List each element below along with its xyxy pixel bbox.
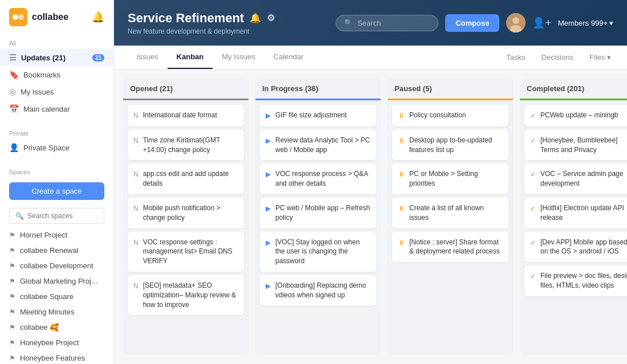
tab-issues[interactable]: Issues — [128, 46, 168, 69]
sidebar-item-honeybee-project[interactable]: ⚑ Honeybee Project — [0, 335, 113, 350]
all-section-label: All — [0, 34, 113, 49]
space-label: Honeybee Project — [20, 338, 79, 347]
updates-badge: 21 — [92, 54, 104, 62]
sidebar-item-hornet[interactable]: ⚑ Hornet Project — [0, 227, 113, 243]
kanban-card[interactable]: ⏸ [Notice : server] Share format & deplo… — [392, 232, 508, 263]
avatar[interactable] — [506, 13, 526, 32]
kanban-column-in-progress: In Progress (36) ▶ GIF file size adjustm… — [255, 79, 381, 355]
card-type-icon: ✓ — [530, 238, 536, 248]
tabs-left: Issues Kanban My Issues Calendar — [128, 46, 504, 69]
space-label: Honeybee Features — [20, 354, 85, 362]
space-label: collabee 🥰 — [20, 323, 59, 332]
tab-kanban[interactable]: Kanban — [168, 46, 213, 69]
header-bell-icon[interactable]: 🔔 — [250, 13, 261, 23]
tab-calendar[interactable]: Calendar — [264, 46, 313, 69]
space-label: collabee Square — [20, 292, 74, 301]
kanban-board: Opened (21) N International date format … — [114, 69, 627, 364]
kanban-card[interactable]: ⏸ Create a list of all known issues — [392, 198, 508, 228]
column-header-in-progress: In Progress (36) — [255, 79, 381, 100]
kanban-card[interactable]: N International date format — [128, 105, 244, 126]
flag-icon: ⚑ — [9, 293, 15, 301]
card-type-icon: ▶ — [266, 204, 271, 214]
kanban-card[interactable]: ✓ [Honeybee, Bumbleebee] Terms and Priva… — [524, 130, 627, 161]
tab-tasks[interactable]: Tasks — [504, 46, 527, 68]
card-type-icon: N — [133, 238, 139, 248]
sidebar-item-my-issues[interactable]: ◎ My Issues — [0, 83, 113, 100]
add-member-icon[interactable]: 👤+ — [532, 17, 551, 29]
sidebar-item-collabee-renewal[interactable]: ⚑ collabee Renewal — [0, 243, 113, 258]
kanban-card[interactable]: N Time zone Kiritimati(GMT +14:00) chang… — [128, 130, 244, 161]
space-label: collabee Renewal — [20, 246, 79, 255]
svg-point-1 — [13, 14, 18, 20]
tab-decisions[interactable]: Decisions — [539, 46, 576, 68]
sidebar-item-bookmarks[interactable]: 🔖 Bookmarks — [0, 66, 113, 83]
kanban-card[interactable]: ✓ [Dev APP] Mobile app based on the OS >… — [524, 232, 627, 263]
search-input[interactable] — [357, 19, 430, 27]
kanban-card[interactable]: ⏸ Desktop app to-be-updated features lis… — [392, 130, 508, 161]
notification-bell-icon[interactable]: 🔔 — [92, 11, 104, 23]
kanban-card[interactable]: ✓ VOC – Service admin page development — [524, 163, 627, 194]
spaces-section-label: Spaces — [0, 163, 113, 178]
page-title: Service Refinement — [128, 11, 244, 26]
card-type-icon: ⏸ — [398, 204, 405, 214]
members-count[interactable]: Members 999+ ▾ — [558, 19, 613, 27]
kanban-card[interactable]: ▶ GIF file size adjustment — [260, 105, 376, 126]
compose-button[interactable]: Compose — [445, 14, 499, 32]
kanban-card[interactable]: ✓ [Hotfix] Electron update API release — [524, 198, 627, 228]
kanban-card[interactable]: N VOC response settings : management lis… — [128, 232, 244, 272]
kanban-column-opened: Opened (21) N International date format … — [123, 79, 249, 355]
page-header: Service Refinement 🔔 ⚙ New feature devel… — [114, 0, 627, 46]
flag-icon: ⚑ — [9, 324, 15, 332]
sidebar-logo: collabee 🔔 — [0, 0, 113, 34]
kanban-card[interactable]: ▶ PC web / Mobile app – Refresh policy — [260, 198, 376, 228]
card-type-icon: N — [133, 281, 139, 291]
kanban-card[interactable]: ▶ [Onboarding] Replacing demo vdieos whe… — [260, 275, 376, 306]
card-type-icon: ▶ — [266, 111, 271, 121]
main-calendar-label: Main calendar — [23, 105, 70, 113]
kanban-card[interactable]: ▶ [VOC] Stay logged on when the user is … — [260, 232, 376, 272]
card-type-icon: ▶ — [266, 281, 271, 291]
tab-my-issues[interactable]: My Issues — [213, 46, 264, 69]
search-icon: 🔍 — [344, 19, 353, 27]
members-label: Members 999+ — [558, 19, 608, 27]
kanban-card[interactable]: ✓ File preview > doc files, design files… — [524, 265, 627, 296]
flag-icon: ⚑ — [9, 262, 15, 270]
sidebar-item-updates[interactable]: ☰ Updates (21) 21 — [0, 49, 113, 66]
sidebar-item-collabee-dev[interactable]: ⚑ collabee Development — [0, 258, 113, 273]
bookmarks-label: Bookmarks — [23, 71, 60, 79]
sidebar-item-main-calendar[interactable]: 📅 Main calendar — [0, 100, 113, 117]
header-gear-icon[interactable]: ⚙ — [267, 13, 275, 23]
svg-point-2 — [18, 14, 24, 20]
kanban-card[interactable]: ▶ VOC response process > Q&A and other d… — [260, 163, 376, 194]
kanban-card[interactable]: N Mobile push notification > change poli… — [128, 198, 244, 228]
tabs-bar: Issues Kanban My Issues Calendar Tasks D… — [114, 46, 627, 69]
sidebar-item-honeybee-features[interactable]: ⚑ Honeybee Features — [0, 350, 113, 364]
column-header-opened: Opened (21) — [123, 79, 249, 100]
flag-icon: ⚑ — [9, 339, 15, 347]
sidebar-item-private-space[interactable]: 👤 Private Space — [0, 139, 113, 156]
my-issues-label: My Issues — [21, 88, 54, 96]
kanban-card[interactable]: ⏸ PC or Mobile > Setting priorities — [392, 163, 508, 194]
flag-icon: ⚑ — [9, 308, 15, 316]
kanban-card[interactable]: N app.css edit and add update details — [128, 163, 244, 194]
tab-files[interactable]: Files ▾ — [587, 46, 613, 68]
tabs-right: Tasks Decisions Files ▾ — [504, 46, 613, 68]
space-label: Hornet Project — [20, 231, 67, 239]
kanban-card[interactable]: ▶ Review data Analytic Tool > PC web / M… — [260, 130, 376, 161]
logo-text: collabee — [32, 12, 68, 22]
sidebar-item-meeting-minutes[interactable]: ⚑ Meeting Minutes — [0, 304, 113, 320]
sidebar-item-global-marketing[interactable]: ⚑ Global Marketing Proj... — [0, 273, 113, 289]
create-space-button[interactable]: Create a space — [9, 182, 104, 200]
search-bar[interactable]: 🔍 — [336, 15, 438, 31]
sidebar-item-collabee-square[interactable]: ⚑ collabee Square — [0, 289, 113, 304]
card-type-icon: ✓ — [530, 272, 536, 281]
flag-icon: ⚑ — [9, 247, 15, 255]
header-title-area: Service Refinement 🔔 ⚙ New feature devel… — [128, 11, 329, 35]
kanban-card[interactable]: ✓ PCWeb update – miningb — [524, 105, 627, 126]
column-cards-completed: ✓ PCWeb update – miningb ✓ [Honeybee, Bu… — [520, 100, 627, 355]
kanban-card[interactable]: ⏸ Policy consultation — [392, 105, 508, 126]
kanban-card[interactable]: N [SEO] metadata+ SEO optimization– Mark… — [128, 275, 244, 315]
column-header-paused: Paused (5) — [388, 79, 513, 100]
sidebar-item-collabee-emoji[interactable]: ⚑ collabee 🥰 — [0, 320, 113, 335]
search-spaces-input[interactable] — [27, 212, 98, 220]
